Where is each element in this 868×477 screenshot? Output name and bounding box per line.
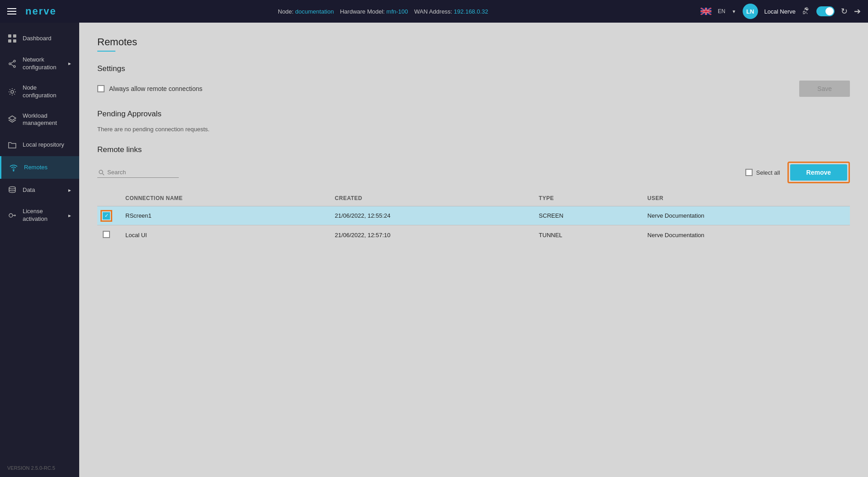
database-icon bbox=[7, 185, 17, 195]
svg-point-14 bbox=[9, 214, 13, 217]
share-icon bbox=[7, 59, 17, 69]
sidebar-item-network-configuration[interactable]: Network configuration ► bbox=[0, 50, 79, 78]
status-toggle[interactable] bbox=[816, 6, 835, 16]
sidebar-item-label: Node configuration bbox=[23, 84, 72, 100]
svg-point-13 bbox=[9, 187, 15, 189]
lang-chevron-icon[interactable]: ▼ bbox=[732, 9, 736, 14]
sidebar-item-node-configuration[interactable]: Node configuration bbox=[0, 78, 79, 106]
pending-approvals-section: Pending Approvals There are no pending c… bbox=[97, 110, 850, 133]
topbar-right: EN ▼ LN Local Nerve ⛐ ↻ ➔ bbox=[701, 4, 861, 19]
type-cell: TUNNEL bbox=[534, 225, 642, 245]
app-logo: nerve bbox=[25, 5, 57, 17]
settings-section-title: Settings bbox=[97, 64, 850, 73]
table-row: Local UI 21/06/2022, 12:57:10 TUNNEL Ner… bbox=[97, 225, 850, 245]
chevron-right-icon: ► bbox=[67, 61, 72, 66]
user-avatar: LN bbox=[743, 4, 758, 19]
svg-point-15 bbox=[99, 170, 103, 174]
sidebar-item-data[interactable]: Data ► bbox=[0, 179, 79, 201]
search-box[interactable] bbox=[97, 167, 179, 178]
type-cell: SCREEN bbox=[534, 206, 642, 225]
svg-marker-11 bbox=[9, 116, 16, 120]
remote-links-table: CONNECTION NAME CREATED TYPE USER ✓ RScr… bbox=[97, 191, 850, 245]
row-select-checkbox[interactable]: ✓ bbox=[103, 212, 110, 219]
connection-name-cell: RScreen1 bbox=[120, 206, 329, 225]
sidebar-item-label: Local repository bbox=[23, 141, 64, 149]
wifi-icon bbox=[9, 162, 19, 172]
refresh-icon[interactable]: ↻ bbox=[841, 6, 848, 16]
sidebar-item-label: Network configuration bbox=[23, 56, 62, 72]
user-profile-icon[interactable]: ⛐ bbox=[802, 7, 810, 16]
remote-links-header: Select all Remove bbox=[97, 162, 850, 183]
svg-line-9 bbox=[11, 64, 14, 66]
key-icon bbox=[7, 210, 17, 220]
page-title: Remotes bbox=[97, 36, 850, 48]
svg-point-6 bbox=[9, 63, 11, 65]
svg-point-5 bbox=[14, 60, 15, 62]
row-select-checkbox[interactable] bbox=[103, 231, 110, 238]
sidebar-item-local-repository[interactable]: Local repository bbox=[0, 134, 79, 156]
menu-icon[interactable] bbox=[7, 8, 16, 14]
sidebar-item-label: Dashboard bbox=[23, 35, 52, 43]
sidebar-item-label: License activation bbox=[23, 208, 62, 223]
local-nerve-label: Local Nerve bbox=[764, 8, 796, 15]
logout-icon[interactable]: ➔ bbox=[854, 6, 861, 16]
always-allow-label-text: Always allow remote connections bbox=[109, 85, 202, 92]
select-all-checkbox[interactable] bbox=[745, 169, 753, 176]
settings-row: Always allow remote connections Save bbox=[97, 81, 850, 97]
user-cell: Nerve Documentation bbox=[642, 206, 850, 225]
chevron-right-icon: ► bbox=[67, 188, 72, 193]
connection-name-cell: Local UI bbox=[120, 225, 329, 245]
sidebar-item-license-activation[interactable]: License activation ► bbox=[0, 201, 79, 229]
svg-line-16 bbox=[103, 173, 105, 175]
select-all-label[interactable]: Select all bbox=[745, 169, 780, 176]
sidebar-item-dashboard[interactable]: Dashboard bbox=[0, 27, 79, 50]
sidebar-item-label: Data bbox=[23, 186, 35, 194]
svg-rect-2 bbox=[13, 34, 16, 38]
version-label: VERSION 2.5.0-RC.5 bbox=[0, 459, 79, 477]
search-input[interactable] bbox=[107, 169, 175, 176]
pending-approvals-title: Pending Approvals bbox=[97, 110, 850, 119]
row-checkbox-cell[interactable]: ✓ bbox=[97, 206, 120, 225]
user-cell: Nerve Documentation bbox=[642, 225, 850, 245]
settings-icon bbox=[7, 87, 17, 97]
search-icon bbox=[98, 169, 105, 176]
col-header-connection-name: CONNECTION NAME bbox=[120, 191, 329, 206]
col-header-user: USER bbox=[642, 191, 850, 206]
col-header-type: TYPE bbox=[534, 191, 642, 206]
sidebar: Dashboard Network configuration ► Node c… bbox=[0, 23, 79, 477]
lang-selector[interactable]: EN bbox=[718, 8, 725, 14]
always-allow-checkbox-label[interactable]: Always allow remote connections bbox=[97, 85, 202, 92]
layers-icon bbox=[7, 114, 17, 124]
flag-icon bbox=[701, 8, 711, 15]
svg-line-8 bbox=[11, 62, 14, 63]
topbar: nerve Node: documentation Hardware Model… bbox=[0, 0, 868, 23]
col-header-created: CREATED bbox=[329, 191, 534, 206]
created-cell: 21/06/2022, 12:57:10 bbox=[329, 225, 534, 245]
sidebar-item-workload-management[interactable]: Workload management bbox=[0, 106, 79, 134]
remove-button[interactable]: Remove bbox=[790, 164, 847, 181]
svg-point-10 bbox=[11, 91, 14, 93]
col-header-checkbox bbox=[97, 191, 120, 206]
chevron-right-icon: ► bbox=[67, 213, 72, 218]
created-cell: 21/06/2022, 12:55:24 bbox=[329, 206, 534, 225]
grid-icon bbox=[7, 33, 17, 43]
table-row: ✓ RScreen1 21/06/2022, 12:55:24 SCREEN N… bbox=[97, 206, 850, 225]
svg-point-12 bbox=[13, 170, 14, 171]
always-allow-checkbox[interactable] bbox=[97, 85, 105, 92]
folder-icon bbox=[7, 140, 17, 150]
pending-empty-message: There are no pending connection requests… bbox=[97, 126, 850, 133]
row-checkbox-cell[interactable] bbox=[97, 225, 120, 245]
svg-rect-3 bbox=[8, 39, 11, 43]
svg-point-7 bbox=[14, 66, 15, 67]
svg-rect-4 bbox=[13, 39, 16, 43]
save-button[interactable]: Save bbox=[799, 81, 850, 97]
sidebar-item-label: Remotes bbox=[24, 164, 48, 172]
remove-button-wrapper: Remove bbox=[787, 162, 850, 183]
sidebar-item-label: Workload management bbox=[23, 112, 72, 128]
node-info: Node: documentation Hardware Model: mfn-… bbox=[71, 8, 695, 15]
main-layout: Dashboard Network configuration ► Node c… bbox=[0, 23, 868, 477]
svg-rect-1 bbox=[8, 34, 11, 38]
sidebar-item-remotes[interactable]: Remotes bbox=[0, 156, 79, 179]
content-area: Remotes Settings Always allow remote con… bbox=[79, 23, 868, 477]
title-underline bbox=[97, 51, 115, 52]
